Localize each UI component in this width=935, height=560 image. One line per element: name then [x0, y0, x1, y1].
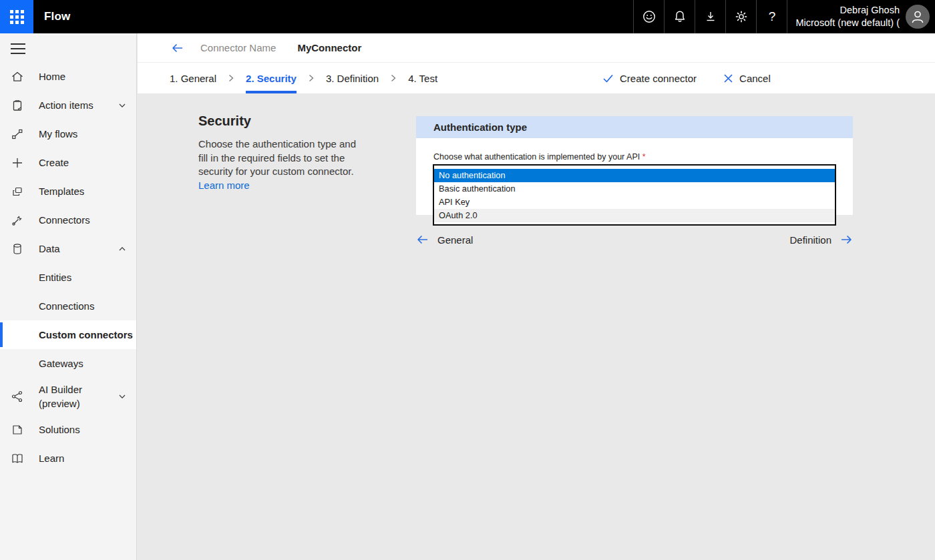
prev-step-button[interactable]: General [416, 233, 473, 246]
tab-test[interactable]: 4. Test [408, 63, 437, 93]
sidebar-item-label: Create [39, 157, 69, 168]
arrow-left-icon [416, 233, 429, 246]
avatar[interactable] [906, 5, 930, 29]
tab-general[interactable]: 1. General [170, 63, 216, 93]
download-button[interactable] [695, 0, 725, 33]
hamburger-menu-button[interactable] [11, 43, 25, 54]
prev-step-label: General [437, 234, 473, 246]
tab-definition[interactable]: 3. Definition [326, 63, 379, 93]
sidebar-item-gateways[interactable]: Gateways [0, 349, 136, 378]
cancel-button[interactable]: Cancel [723, 73, 771, 84]
sidebar-item-custom-connectors[interactable]: Custom connectors [0, 320, 136, 349]
smiley-icon [641, 9, 657, 25]
app-launcher-button[interactable] [0, 0, 33, 33]
solutions-icon [11, 423, 24, 437]
tab-security[interactable]: 2. Security [246, 63, 297, 93]
sidebar-item-label: Connections [39, 300, 94, 312]
tab-label: 1. General [170, 73, 216, 84]
help-button[interactable]: ? [756, 0, 787, 33]
sidebar-item-templates[interactable]: Templates [0, 177, 136, 206]
chevron-down-icon [118, 101, 127, 110]
person-icon [909, 8, 926, 25]
notifications-button[interactable] [664, 0, 695, 33]
sidebar-item-label: Custom connectors [39, 329, 133, 340]
sidebar-item-label: Action items [39, 99, 94, 111]
back-arrow-icon [171, 41, 184, 55]
learn-more-link[interactable]: Learn more [198, 180, 250, 191]
sidebar-item-connectors[interactable]: Connectors [0, 206, 136, 234]
option-no-authentication[interactable]: No authentication [434, 169, 835, 182]
wizard-bar: 1. General 2. Security 3. Definition 4. … [138, 63, 935, 93]
sidebar-item-label: Connectors [39, 214, 90, 226]
flows-icon [11, 127, 24, 141]
chevron-down-icon [118, 392, 127, 401]
tab-label: 2. Security [246, 73, 297, 84]
sidebar-item-label: AI Builder (preview) [39, 382, 95, 410]
create-connector-button[interactable]: Create connector [602, 73, 697, 84]
sidebar-item-label: Learn [39, 453, 64, 464]
chevron-right-icon [389, 73, 398, 83]
sidebar-item-label: Entities [39, 272, 71, 283]
app-title: Flow [44, 10, 71, 23]
sidebar-item-label: Gateways [39, 358, 83, 369]
panel-header: Authentication type [416, 116, 853, 138]
home-icon [11, 70, 24, 83]
option-api-key[interactable]: API Key [434, 196, 835, 209]
sidebar-item-label: Solutions [39, 424, 80, 435]
download-icon [703, 9, 719, 25]
chevron-right-icon [307, 73, 316, 83]
sidebar: Home Action items My flows Create [0, 33, 137, 560]
page-title: Security [198, 113, 361, 129]
description-text: Choose the authentication type and fill … [198, 138, 356, 177]
sidebar-item-action-items[interactable]: Action items [0, 91, 136, 119]
feedback-button[interactable] [633, 0, 664, 33]
option-basic-authentication[interactable]: Basic authentication [434, 182, 835, 196]
tab-label: 3. Definition [326, 73, 379, 84]
sidebar-item-home[interactable]: Home [0, 62, 136, 91]
sidebar-item-my-flows[interactable]: My flows [0, 119, 136, 148]
gear-icon [733, 9, 749, 25]
book-icon [11, 452, 24, 465]
check-icon [602, 73, 614, 84]
tab-label: 4. Test [408, 73, 437, 84]
waffle-icon [10, 10, 24, 24]
content-area: Security Choose the authentication type … [138, 93, 935, 560]
required-marker: * [642, 152, 646, 162]
breadcrumb: Connector Name MyConnector [138, 33, 935, 63]
back-button[interactable] [171, 41, 184, 55]
settings-button[interactable] [725, 0, 756, 33]
connector-name-label: Connector Name [200, 42, 276, 53]
sidebar-item-label: My flows [39, 128, 77, 139]
connector-name-value: MyConnector [297, 42, 361, 53]
help-icon: ? [769, 9, 776, 24]
option-oauth-2-0[interactable]: OAuth 2.0 [434, 209, 835, 222]
templates-icon [11, 185, 24, 198]
sidebar-item-learn[interactable]: Learn [0, 444, 136, 473]
sidebar-item-label: Data [39, 243, 60, 254]
chevron-right-icon [226, 73, 236, 83]
sidebar-item-connections[interactable]: Connections [0, 292, 136, 320]
plus-icon [11, 156, 24, 170]
sidebar-item-ai-builder[interactable]: AI Builder (preview) [0, 378, 136, 415]
auth-type-dropdown[interactable]: No authentication Basic authentication A… [433, 164, 836, 226]
user-name: Debraj Ghosh [795, 4, 900, 17]
ai-builder-icon [11, 390, 24, 403]
authentication-panel: Authentication type Choose what authenti… [416, 116, 853, 215]
connectors-icon [11, 214, 24, 227]
next-step-label: Definition [789, 234, 831, 246]
next-step-button[interactable]: Definition [789, 233, 853, 246]
field-label-text: Choose what authentication is implemente… [433, 152, 640, 162]
sidebar-item-data[interactable]: Data [0, 234, 136, 263]
sidebar-item-entities[interactable]: Entities [0, 263, 136, 292]
account-menu[interactable]: Debraj Ghosh Microsoft (new default) ( [787, 0, 935, 33]
security-description: Choose the authentication type and fill … [198, 137, 361, 192]
user-tenant: Microsoft (new default) ( [795, 17, 900, 29]
cancel-label: Cancel [739, 73, 771, 84]
sidebar-item-create[interactable]: Create [0, 148, 136, 177]
top-bar: Flow [0, 0, 935, 33]
clipboard-icon [11, 99, 24, 112]
close-icon [723, 73, 733, 83]
bell-icon [672, 9, 688, 25]
sidebar-item-solutions[interactable]: Solutions [0, 415, 136, 444]
arrow-right-icon [839, 233, 853, 246]
